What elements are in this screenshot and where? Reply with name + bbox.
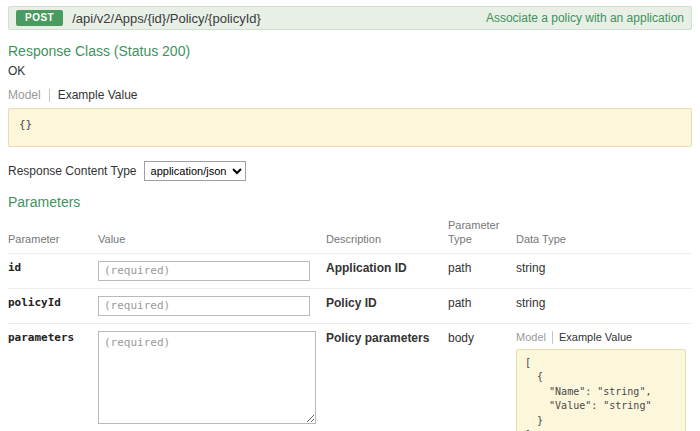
http-method-badge: POST [16, 10, 63, 26]
body-example-code: [ { "Name": "string", "Value": "string" … [516, 349, 686, 431]
table-header-row: Parameter Value Description Parameter Ty… [8, 215, 692, 253]
param-type: path [448, 253, 516, 288]
param-type: body [448, 323, 516, 431]
response-tabs: Model Example Value [8, 88, 692, 102]
table-row: id Application ID path string [8, 253, 692, 288]
response-example-code: {} [8, 108, 692, 147]
col-parameter-type: Parameter Type [448, 215, 516, 253]
col-value: Value [98, 215, 326, 253]
operation-path: /api/v2/Apps/{id}/Policy/{policyId} [72, 11, 261, 26]
col-description: Description [326, 215, 448, 253]
operation-header[interactable]: POST /api/v2/Apps/{id}/Policy/{policyId}… [8, 6, 692, 30]
param-description: Policy parameters [326, 323, 448, 431]
col-data-type: Data Type [516, 215, 692, 253]
parameters-textarea[interactable] [98, 331, 316, 424]
tab-divider [552, 331, 553, 344]
param-name-id: id [8, 253, 98, 288]
table-row: policyId Policy ID path string [8, 288, 692, 323]
tab-model[interactable]: Model [8, 88, 41, 102]
param-description: Policy ID [326, 288, 448, 323]
response-content-type-row: Response Content Type application/json [8, 161, 692, 181]
param-type: path [448, 288, 516, 323]
response-class-title: Response Class (Status 200) [8, 43, 692, 59]
param-data-type: string [516, 288, 692, 323]
operation-summary-link[interactable]: Associate a policy with an application [486, 11, 684, 25]
param-description: Application ID [326, 253, 448, 288]
table-row: parameters Parameter content type: appli… [8, 323, 692, 431]
response-content-type-label: Response Content Type [8, 164, 137, 178]
tab-divider [49, 89, 50, 102]
swagger-operation-page: POST /api/v2/Apps/{id}/Policy/{policyId}… [0, 0, 700, 431]
parameters-title: Parameters [8, 194, 692, 210]
parameters-table: Parameter Value Description Parameter Ty… [8, 215, 692, 431]
response-content-type-select[interactable]: application/json [144, 161, 246, 181]
body-schema-tabs: Model Example Value [516, 331, 684, 344]
tab-model[interactable]: Model [516, 331, 546, 343]
param-name-parameters: parameters [8, 323, 98, 431]
col-parameter: Parameter [8, 215, 98, 253]
tab-example-value[interactable]: Example Value [58, 88, 138, 102]
param-data-type: string [516, 253, 692, 288]
policyid-input[interactable] [98, 296, 310, 316]
id-input[interactable] [98, 261, 310, 281]
param-name-policyid: policyId [8, 288, 98, 323]
tab-example-value[interactable]: Example Value [559, 331, 632, 343]
response-status-text: OK [8, 64, 692, 78]
